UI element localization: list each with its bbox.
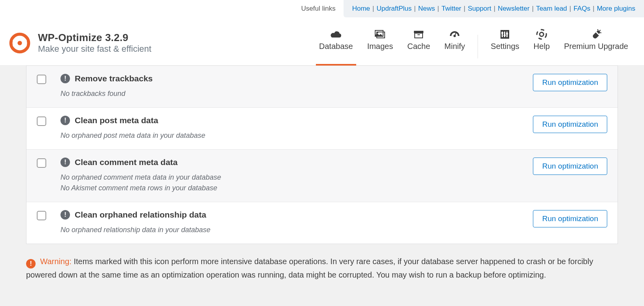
intensive-warning-icon: ! [60,210,70,220]
gauge-icon [449,28,460,41]
optimizations-table: !Remove trackbacksNo trackbacks foundRun… [26,66,618,244]
link-separator: | [494,5,495,13]
intensive-warning-icon: ! [60,74,70,83]
svg-rect-12 [504,32,505,37]
row-action: Run optimization [533,210,607,227]
svg-point-4 [377,32,378,33]
row-checkbox-cell [37,116,60,128]
row-title-line: !Clean post meta data [60,116,533,125]
optimization-row: !Remove trackbacksNo trackbacks foundRun… [26,66,618,107]
plugin-header: WP-Optimize 3.2.9 Make your site fast & … [0,17,644,66]
optimization-title: Remove trackbacks [75,74,153,83]
nav-help[interactable]: Help [527,28,557,65]
wpoptimize-logo-icon [9,32,31,54]
useful-link-team-lead[interactable]: Team lead [536,5,567,13]
select-optimization-checkbox[interactable] [37,116,46,126]
useful-links-label: Useful links [301,5,336,13]
optimization-desc: No Akismet comment meta rows in your dat… [60,184,533,192]
useful-links-box: Home|UpdraftPlus|News|Twitter|Support|Ne… [344,0,644,17]
optimization-row: !Clean post meta dataNo orphaned post me… [26,107,618,149]
nav-premium-upgrade[interactable]: Premium Upgrade [557,28,635,65]
nav-label: Cache [407,42,430,51]
link-separator: | [569,5,571,13]
useful-link-support[interactable]: Support [468,5,491,13]
optimization-title: Clean comment meta data [75,158,178,167]
link-separator: | [593,5,594,13]
row-title-line: !Clean comment meta data [60,158,533,167]
run-optimization-button[interactable]: Run optimization [533,74,607,91]
intensive-warning-icon: ! [60,116,70,125]
row-checkbox-cell [37,74,60,86]
row-main: !Clean comment meta dataNo orphaned comm… [60,158,533,192]
select-optimization-checkbox[interactable] [37,158,46,168]
row-main: !Clean orphaned relationship dataNo orph… [60,210,533,234]
row-main: !Remove trackbacksNo trackbacks found [60,74,533,98]
optimization-desc: No orphaned comment meta data in your da… [60,173,533,182]
images-icon [374,28,386,41]
nav-label: Settings [491,42,519,51]
nav-settings[interactable]: Settings [483,28,526,65]
link-separator: | [414,5,415,13]
link-separator: | [464,5,465,13]
nav-label: Database [319,42,353,51]
intensive-warning-icon: ! [60,158,70,167]
svg-rect-14 [501,32,503,34]
svg-point-17 [537,30,546,39]
optimization-desc: No orphaned relationship data in your da… [60,226,533,234]
row-action: Run optimization [533,74,607,91]
run-optimization-button[interactable]: Run optimization [533,116,607,133]
nav-minify[interactable]: Minify [437,28,472,65]
brand-block: WP-Optimize 3.2.9 Make your site fast & … [38,32,151,54]
nav-label: Premium Upgrade [564,42,628,51]
row-checkbox-cell [37,158,60,169]
top-links-bar: Useful links Home|UpdraftPlus|News|Twitt… [0,0,644,17]
footer-warning: ! Warning: Items marked with this icon p… [26,255,618,281]
warning-body: Items marked with this icon perform more… [26,257,593,279]
link-separator: | [437,5,439,13]
sliders-icon [500,28,510,41]
nav-images[interactable]: Images [360,28,400,65]
useful-link-twitter[interactable]: Twitter [442,5,461,13]
run-optimization-button[interactable]: Run optimization [533,210,607,227]
svg-rect-15 [504,35,506,36]
link-separator: | [372,5,374,13]
nav-divider [478,35,478,58]
row-action: Run optimization [533,158,607,175]
svg-point-8 [453,35,456,37]
warning-label: Warning: [40,257,72,266]
optimization-desc: No trackbacks found [60,90,533,98]
select-optimization-checkbox[interactable] [37,211,46,220]
svg-rect-7 [417,34,420,35]
row-checkbox-cell [37,210,60,222]
row-action: Run optimization [533,116,607,133]
select-optimization-checkbox[interactable] [37,75,46,84]
lifering-icon [536,28,547,41]
run-optimization-button[interactable]: Run optimization [533,158,607,175]
main-nav: DatabaseImagesCacheMinifySettingsHelpPre… [312,21,635,65]
useful-link-home[interactable]: Home [352,5,370,13]
optimization-row: !Clean orphaned relationship dataNo orph… [26,202,618,244]
row-title-line: !Remove trackbacks [60,74,533,83]
cloud-icon [330,28,342,41]
optimization-desc: No orphaned post meta data in your datab… [60,131,533,140]
useful-link-faqs[interactable]: FAQs [574,5,591,13]
plugin-tagline: Make your site fast & efficient [38,44,151,54]
svg-point-1 [17,41,22,45]
nav-label: Help [534,42,550,51]
nav-cache[interactable]: Cache [400,28,437,65]
svg-rect-16 [506,33,508,34]
useful-link-more-plugins[interactable]: More plugins [597,5,635,13]
optimization-title: Clean orphaned relationship data [75,210,206,220]
svg-rect-6 [415,33,423,38]
archive-icon [413,28,424,41]
useful-link-newsletter[interactable]: Newsletter [498,5,529,13]
row-title-line: !Clean orphaned relationship data [60,210,533,220]
plugin-title: WP-Optimize 3.2.9 [38,32,151,44]
nav-label: Images [367,42,393,51]
main-content: !Remove trackbacksNo trackbacks foundRun… [0,66,644,293]
nav-database[interactable]: Database [312,28,360,65]
svg-point-18 [540,32,544,36]
useful-link-news[interactable]: News [418,5,435,13]
useful-link-updraftplus[interactable]: UpdraftPlus [377,5,412,13]
optimization-title: Clean post meta data [75,116,158,125]
